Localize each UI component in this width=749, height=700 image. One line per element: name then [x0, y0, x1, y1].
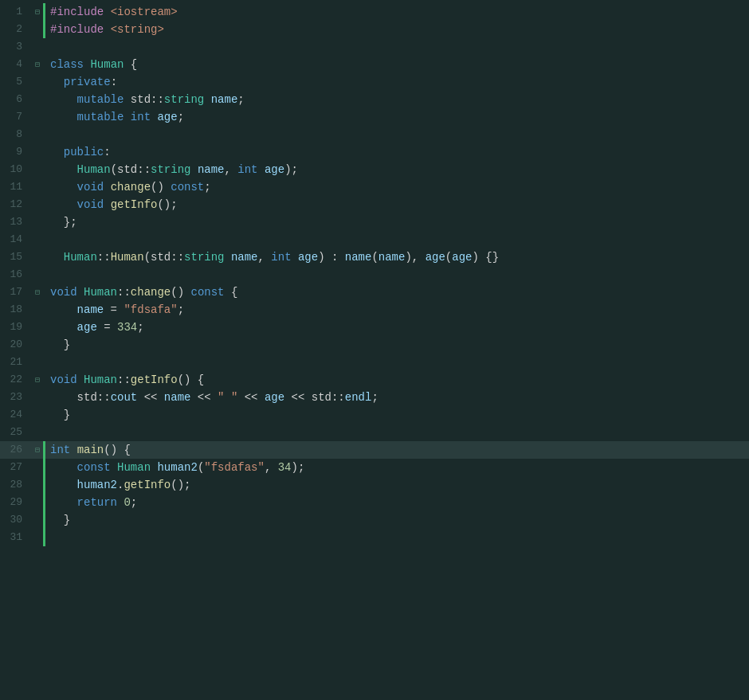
fold-gutter: [32, 424, 43, 441]
token: () {: [104, 444, 131, 456]
token: [50, 303, 77, 316]
fold-gutter[interactable]: ⊟: [32, 284, 43, 301]
token: getInfo: [131, 373, 178, 386]
fold-gutter[interactable]: ⊟: [32, 371, 43, 389]
token: [50, 496, 77, 509]
token: :: [111, 76, 117, 88]
code-line: 10 Human(std::string name, int age);: [0, 161, 749, 178]
token: int: [50, 444, 70, 456]
token: <<: [284, 391, 312, 404]
code-content: [45, 231, 749, 248]
code-content: [45, 424, 749, 441]
fold-gutter[interactable]: ⊟: [32, 441, 43, 459]
token: [50, 216, 64, 229]
token: cout: [111, 391, 138, 404]
code-line: 12 void getInfo();: [0, 196, 749, 213]
code-line: 28 human2.getInfo();: [0, 476, 749, 494]
token: [50, 461, 77, 474]
fold-gutter: [32, 354, 43, 371]
token: human2: [77, 479, 117, 491]
token: int: [237, 163, 257, 176]
token: [50, 338, 64, 351]
line-number: 6: [0, 91, 32, 108]
token: [258, 163, 265, 176]
fold-gutter: [32, 143, 43, 161]
code-line: 31: [0, 529, 749, 546]
code-area: 1⊟#include <iostream>2#include <string>3…: [0, 0, 749, 546]
code-content: void Human::getInfo() {: [45, 371, 749, 389]
code-content: [45, 529, 749, 546]
line-number: 16: [0, 266, 32, 284]
code-content: }: [45, 511, 749, 529]
token: <<: [190, 391, 218, 404]
line-number: 27: [0, 459, 32, 476]
token: [204, 93, 210, 106]
fold-gutter: [32, 38, 43, 56]
token: ) :: [318, 251, 345, 264]
fold-gutter: [32, 336, 43, 354]
fold-gutter[interactable]: ⊟: [32, 3, 43, 21]
token: std: [77, 391, 97, 404]
line-number: 14: [0, 231, 32, 248]
line-number: 5: [0, 73, 32, 91]
code-content: [45, 354, 749, 371]
token: "fdsafa": [124, 303, 177, 316]
token: );: [284, 163, 298, 176]
token: }: [64, 338, 70, 351]
token: public: [64, 146, 104, 158]
line-number: 30: [0, 511, 32, 529]
code-line: 9 public:: [0, 143, 749, 161]
token: [50, 251, 64, 264]
token: Human: [64, 251, 97, 264]
code-line: 16: [0, 266, 749, 284]
token: [50, 93, 77, 106]
code-content: [45, 266, 749, 284]
code-content: }: [45, 406, 749, 424]
token: string: [164, 93, 204, 106]
fold-gutter[interactable]: ⊟: [32, 56, 43, 73]
token: 34: [278, 461, 292, 474]
code-content: human2.getInfo();: [45, 476, 749, 494]
fold-gutter: [32, 213, 43, 231]
code-line: 14: [0, 231, 749, 248]
token: [50, 76, 64, 88]
token: );: [292, 461, 305, 474]
fold-gutter: [32, 319, 43, 336]
code-content: [45, 126, 749, 143]
code-line: 15 Human::Human(std::string name, int ag…: [0, 248, 749, 266]
token: " ": [218, 391, 237, 404]
token: (: [445, 251, 452, 264]
code-content: const Human human2("fsdafas", 34);: [45, 459, 749, 476]
token: ;: [371, 391, 378, 404]
line-number: 2: [0, 21, 32, 38]
fold-icon[interactable]: ⊟: [35, 445, 40, 455]
token: getInfo: [111, 198, 158, 211]
fold-icon[interactable]: ⊟: [35, 287, 40, 297]
token: ::: [117, 286, 131, 299]
fold-icon[interactable]: ⊟: [35, 375, 40, 385]
token: [124, 111, 130, 123]
fold-icon[interactable]: ⊟: [35, 60, 40, 69]
code-line: 11 void change() const;: [0, 178, 749, 196]
code-content: private:: [45, 73, 749, 91]
token: ();: [157, 198, 177, 211]
token: name: [164, 391, 191, 404]
line-number: 17: [0, 284, 32, 301]
token: [104, 198, 110, 211]
token: int: [271, 251, 291, 264]
fold-gutter: [32, 108, 43, 126]
token: name: [345, 251, 372, 264]
token: [50, 391, 77, 404]
token: ::: [97, 251, 111, 264]
token: <<: [237, 391, 265, 404]
token: Human: [111, 251, 144, 264]
fold-icon[interactable]: ⊟: [35, 7, 40, 17]
token: [50, 514, 64, 526]
code-line: 13 };: [0, 213, 749, 231]
token: mutable: [77, 93, 124, 106]
token: [104, 181, 110, 194]
token: #include: [50, 23, 111, 36]
code-content: int main() {: [45, 441, 749, 459]
code-line: 20 }: [0, 336, 749, 354]
code-line: 24 }: [0, 406, 749, 424]
